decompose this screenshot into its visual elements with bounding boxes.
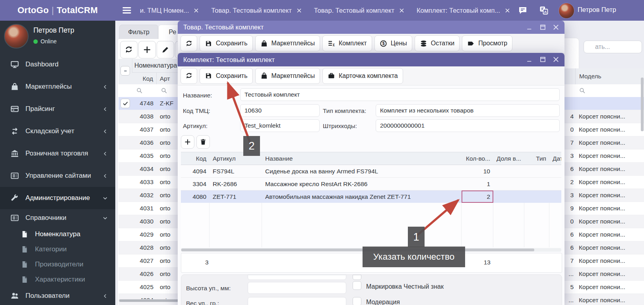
user-avatar[interactable] xyxy=(559,3,574,19)
cell-tail: 0 xyxy=(564,123,575,136)
maximize-icon[interactable] xyxy=(539,23,547,31)
product-цены-button[interactable]: $Цены xyxy=(374,35,412,51)
article-field[interactable] xyxy=(240,119,320,132)
table-row[interactable]: 2Корсет поясни... xyxy=(564,176,644,189)
menu-toggle-icon[interactable] xyxy=(122,5,132,16)
kit-column-0[interactable]: Код xyxy=(181,152,209,165)
product-остатки-button[interactable]: Остатки xyxy=(415,35,460,51)
sidebar-item-site-management[interactable]: Управление сайтами xyxy=(0,165,115,187)
table-row[interactable]: 0Корсет поясни... xyxy=(564,123,644,136)
sidebar-item-manufacturers[interactable]: Производители xyxy=(0,257,115,272)
profile-avatar[interactable] xyxy=(4,24,29,49)
close-icon[interactable] xyxy=(552,23,560,31)
sidebar-item-marketplaces[interactable]: Маркетплейсы xyxy=(0,76,115,98)
tab-close-icon[interactable] xyxy=(296,8,302,14)
pack-height-field[interactable] xyxy=(248,282,346,294)
kit-column-6[interactable]: Дат xyxy=(549,152,561,165)
checkbox-partial[interactable] xyxy=(353,275,361,280)
kit-type-field[interactable] xyxy=(376,104,560,117)
user-name[interactable]: Петров Петр xyxy=(578,6,616,14)
sidebar-item-categories[interactable]: Категории xyxy=(0,242,115,257)
topbar-tab-2[interactable]: Товар. Тестовый комплект xyxy=(314,7,405,14)
sidebar-item-dashboard[interactable]: Dashboard xyxy=(0,53,115,76)
product-window-titlebar[interactable]: Товар. Тестовый комплект xyxy=(178,21,564,34)
kit-window-titlebar[interactable]: Комплект: Тестовый комплект xyxy=(178,53,564,66)
kit-маркетплейсы-button[interactable]: Маркетплейсы xyxy=(255,68,320,84)
product-просмотр-button[interactable]: Просмотр xyxy=(462,35,512,51)
add-item-button[interactable] xyxy=(181,135,194,149)
table-row[interactable]: 6Корсет поясни... xyxy=(564,163,644,176)
vertical-scrollbar[interactable] xyxy=(641,72,644,295)
kit-column-3[interactable]: Кол-во... xyxy=(462,152,493,165)
kit-item-row[interactable]: 4080ZET-771Автомобильная массажная накид… xyxy=(181,190,561,203)
chevron-left-icon xyxy=(102,293,108,299)
sidebar-item-characteristics[interactable]: Характеристики xyxy=(0,272,115,287)
row-checkbox[interactable] xyxy=(120,99,130,108)
tab-close-icon[interactable] xyxy=(504,8,510,14)
sidebar-item-directories[interactable]: Справочники xyxy=(0,209,115,227)
table-row[interactable]: 5Корсет поясни... xyxy=(564,281,644,294)
select-all-checkbox[interactable] xyxy=(120,66,130,76)
app-logo: OrtoGo|TotalCRM xyxy=(0,5,115,16)
translate-icon[interactable]: A xyxy=(539,6,549,15)
product-комплект-button[interactable]: ΣКомплект xyxy=(322,35,372,51)
tab-close-icon[interactable] xyxy=(193,8,199,14)
topbar-tab-3[interactable]: Комплект: Тестовый комп... xyxy=(417,7,510,14)
product-сохранить-button[interactable]: Сохранить xyxy=(200,35,253,51)
pack-weight-label: Вес уп., гр.: xyxy=(186,300,219,305)
table-row[interactable]: 3Корсет поясни... xyxy=(564,189,644,202)
sidebar-item-warehouse[interactable]: Складской учет xyxy=(0,120,115,142)
kit-карточка-комплекта-button[interactable]: Карточка комплекта xyxy=(322,68,403,84)
table-row[interactable] xyxy=(564,97,644,110)
chat-icon[interactable] xyxy=(518,6,528,15)
topbar-tab-0[interactable]: и. ТМЦ Номен... xyxy=(140,7,199,14)
table-row[interactable]: 6Корсет поясни... xyxy=(564,241,644,254)
kit-item-row[interactable]: 4094FS794LСиденье доска на ванну Armed F… xyxy=(181,165,561,178)
moderation-checkbox[interactable] xyxy=(353,297,361,305)
table-row[interactable]: ...Корсет поясни... xyxy=(564,294,644,305)
pack-weight-field[interactable] xyxy=(248,297,346,305)
tmc-code-field[interactable] xyxy=(240,104,320,117)
search-input[interactable]: ать... xyxy=(584,41,642,53)
kit-refresh-button[interactable] xyxy=(180,68,197,84)
table-row[interactable]: ...Корсет поясни... xyxy=(564,268,644,281)
kit-item-row[interactable]: 3304RK-2686Массажное кресло RestArt RK-2… xyxy=(181,178,561,190)
kit-column-5[interactable]: Тип xyxy=(524,152,549,165)
close-icon[interactable] xyxy=(552,56,560,63)
sidebar-item-administration[interactable]: Администрирование xyxy=(0,187,115,209)
refresh-button[interactable] xyxy=(120,41,138,58)
column-code[interactable]: Код xyxy=(132,73,157,84)
sidebar-item-nomenclature[interactable]: Номенклатура xyxy=(0,227,115,242)
table-row[interactable]: 4Корсет поясни... xyxy=(564,110,644,123)
sidebar-item-pricing[interactable]: Прайсинг xyxy=(0,98,115,120)
maximize-icon[interactable] xyxy=(539,56,547,63)
honest-sign-checkbox[interactable] xyxy=(353,281,361,290)
topbar-tab-1[interactable]: Товар. Тестовый комплект xyxy=(211,7,302,14)
kit-сохранить-button[interactable]: Сохранить xyxy=(200,68,253,84)
sidebar-item-users[interactable]: Пользователи xyxy=(0,287,115,305)
product-маркетплейсы-button[interactable]: Маркетплейсы xyxy=(255,35,320,51)
product-refresh-button[interactable] xyxy=(180,35,197,51)
name-field[interactable] xyxy=(240,88,560,101)
delete-item-button[interactable] xyxy=(196,135,210,149)
column-article[interactable]: Арт xyxy=(157,73,170,84)
tab-filter[interactable]: Фильтр xyxy=(119,25,158,39)
package-field-partial[interactable] xyxy=(248,275,346,280)
table-row[interactable]: 7Корсет поясни... xyxy=(564,136,644,150)
table-row[interactable]: 0Корсет поясни... xyxy=(564,215,644,228)
column-model[interactable]: Модель xyxy=(576,68,601,84)
right-table-search-row[interactable] xyxy=(564,84,644,97)
barcode-field[interactable] xyxy=(376,119,560,132)
sidebar-item-retail[interactable]: Розничная торговля xyxy=(0,142,115,165)
kit-column-4[interactable]: Доля в... xyxy=(493,152,524,165)
minimize-icon[interactable] xyxy=(526,23,533,31)
tab-close-icon[interactable] xyxy=(399,8,405,14)
kit-column-2[interactable]: Название xyxy=(262,152,462,165)
table-row[interactable]: 3Корсет поясни... xyxy=(564,150,644,163)
table-row[interactable]: 7Корсет поясни... xyxy=(564,254,644,268)
minimize-icon[interactable] xyxy=(526,56,533,63)
add-button[interactable] xyxy=(138,41,156,58)
table-row[interactable]: 6Корсет поясни... xyxy=(564,228,644,241)
table-row[interactable]: 9Корсет поясни... xyxy=(564,202,644,215)
edit-button[interactable] xyxy=(157,41,174,58)
